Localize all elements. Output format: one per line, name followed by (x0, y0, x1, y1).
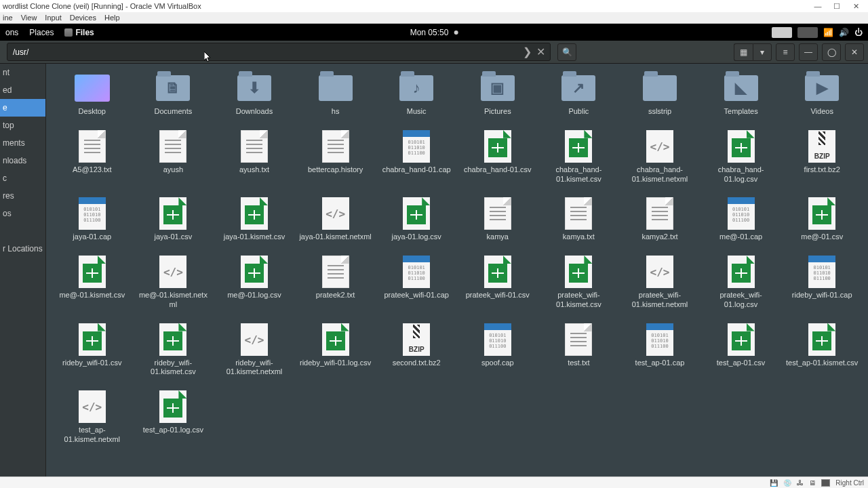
sidebar-item[interactable]: top (0, 117, 45, 134)
file-item[interactable]: test_ap-01.csv (701, 321, 782, 380)
view-grid-button[interactable]: ▦ (734, 43, 753, 61)
file-item[interactable]: ayush (133, 127, 214, 187)
window-minimize-button[interactable]: — (799, 43, 818, 61)
file-item[interactable]: prateek_wifi-01.kismet.csv (538, 253, 620, 312)
file-item[interactable]: jaya-01.csv (133, 195, 214, 245)
search-icon: 🔍 (562, 47, 572, 57)
file-item[interactable]: kamya.txt (538, 195, 620, 245)
file-item[interactable]: kamya (457, 195, 538, 245)
topbar-clock[interactable]: Mon 05:50 (410, 28, 449, 37)
sidebar-item[interactable]: os (0, 205, 45, 222)
file-item[interactable]: </>me@-01.kismet.netxml (133, 253, 214, 312)
vb-menu-item[interactable]: ine (3, 14, 13, 22)
file-item[interactable]: ▶Videos (781, 69, 863, 119)
file-item[interactable]: 010101 011010 011100spoof.cap (457, 321, 538, 380)
keyboard-indicator[interactable] (772, 27, 792, 38)
window-maximize-button[interactable]: ◯ (822, 43, 841, 61)
minimize-button[interactable]: — (808, 2, 827, 10)
file-item[interactable]: rideby_wifi-01.kismet.csv (133, 321, 214, 380)
file-label: ayush (163, 165, 183, 175)
file-item[interactable]: jaya-01.log.csv (376, 195, 457, 245)
file-item[interactable]: me@-01.log.csv (214, 253, 295, 312)
file-view[interactable]: Desktop🗎Documents⬇Downloadshs♪Music▣Pict… (46, 64, 868, 476)
volume-icon[interactable]: 🔊 (839, 28, 849, 37)
sidebar-item[interactable]: nloads (0, 152, 45, 169)
file-item[interactable]: me@-01.csv (781, 195, 863, 245)
file-item[interactable]: chabra_hand-01.csv (457, 127, 538, 187)
file-item[interactable]: </>chabra_hand-01.kismet.netxml (619, 127, 701, 187)
topbar-activities[interactable]: ons (5, 28, 18, 37)
file-item[interactable]: 010101 011010 011100test_ap-01.cap (619, 321, 701, 380)
topbar-places[interactable]: Places (29, 28, 54, 37)
file-label: jaya-01.csv (155, 232, 193, 242)
path-go-icon[interactable]: ❯ (520, 45, 534, 58)
file-item[interactable]: chabra_hand-01.kismet.csv (538, 127, 620, 187)
close-button[interactable]: ✕ (846, 2, 865, 11)
location-entry[interactable]: ❯ ✕ (7, 43, 551, 61)
file-item[interactable]: BZIPsecond.txt.bz2 (376, 321, 457, 380)
sidebar-item[interactable]: res (0, 187, 45, 205)
file-item[interactable]: BZIPfirst.txt.bz2 (781, 127, 863, 187)
path-input[interactable] (10, 47, 520, 57)
file-item[interactable]: test_ap-01.kismet.csv (781, 321, 863, 380)
file-item[interactable]: </>rideby_wifi-01.kismet.netxml (214, 321, 295, 380)
sidebar-item[interactable]: nt (0, 64, 45, 81)
file-item[interactable]: 🗎Documents (133, 69, 214, 119)
sidebar-item[interactable]: ments (0, 134, 45, 152)
file-item[interactable]: kamya2.txt (619, 195, 701, 245)
topbar-files[interactable]: Files (64, 28, 94, 37)
hamburger-menu-button[interactable]: ≡ (776, 43, 795, 61)
file-item[interactable]: chabra_hand-01.log.csv (701, 127, 782, 187)
file-item[interactable]: rideby_wifi-01.log.csv (295, 321, 376, 380)
sidebar-item[interactable] (0, 222, 45, 240)
code-icon: </> (235, 323, 273, 356)
vb-menu-item[interactable]: View (21, 14, 37, 22)
sidebar-item[interactable]: e (0, 99, 45, 117)
file-item[interactable]: prateek_wifi-01.csv (457, 253, 538, 312)
file-item[interactable]: Desktop (52, 69, 133, 119)
file-item[interactable]: prateek2.txt (295, 253, 376, 312)
file-label: rideby_wifi-01.csv (62, 359, 121, 368)
file-item[interactable]: me@-01.kismet.csv (52, 253, 133, 312)
file-item[interactable]: sslstrip (619, 69, 701, 119)
vb-status-icon: 💿 (783, 479, 791, 487)
file-item[interactable]: </>prateek_wifi-01.kismet.netxml (619, 253, 701, 312)
file-item[interactable]: ▣Pictures (457, 69, 538, 119)
file-item[interactable]: A5@123.txt (52, 127, 133, 187)
file-label: me@-01.cap (719, 232, 762, 242)
file-item[interactable]: ♪Music (376, 69, 457, 119)
file-item[interactable]: ◣Templates (701, 69, 782, 119)
file-item[interactable]: </>test_ap-01.kismet.netxml (52, 388, 133, 447)
window-close-button[interactable]: ✕ (845, 43, 864, 61)
file-item[interactable]: 010101 011010 011100chabra_hand-01.cap (376, 127, 457, 187)
file-item[interactable]: test.txt (538, 321, 620, 380)
sidebar-item[interactable]: c (0, 169, 45, 187)
file-item[interactable]: test_ap-01.log.csv (133, 388, 214, 447)
file-item[interactable]: prateek_wifi-01.log.csv (701, 253, 782, 312)
file-item[interactable]: ayush.txt (214, 127, 295, 187)
file-item[interactable]: 010101 011010 011100jaya-01.cap (52, 195, 133, 245)
file-item[interactable]: ⬇Downloads (214, 69, 295, 119)
file-item[interactable]: jaya-01.kismet.csv (214, 195, 295, 245)
sidebar-item[interactable]: ed (0, 81, 45, 99)
file-item[interactable]: bettercap.history (295, 127, 376, 187)
vb-menu-item[interactable]: Devices (70, 14, 96, 22)
file-item[interactable]: 010101 011010 011100me@-01.cap (701, 195, 782, 245)
maximize-button[interactable]: ☐ (827, 2, 846, 11)
file-item[interactable]: rideby_wifi-01.csv (52, 321, 133, 380)
view-dropdown-button[interactable]: ▾ (753, 43, 772, 61)
recorder-indicator[interactable] (797, 27, 818, 38)
file-item[interactable]: </>jaya-01.kismet.netxml (295, 195, 376, 245)
vb-menu-item[interactable]: Input (45, 14, 61, 22)
search-button[interactable]: 🔍 (557, 43, 576, 61)
network-icon[interactable]: 📶 (823, 28, 833, 37)
file-item[interactable]: hs (295, 69, 376, 119)
file-item[interactable]: ↗Public (538, 69, 620, 119)
file-item[interactable]: 010101 011010 011100prateek_wifi-01.cap (376, 253, 457, 312)
power-icon[interactable]: ⏻ (854, 28, 863, 37)
sidebar-item[interactable]: r Locations (0, 240, 45, 258)
file-item[interactable]: 010101 011010 011100rideby_wifi-01.cap (781, 253, 863, 312)
vb-menu-item[interactable]: Help (104, 14, 120, 22)
file-label: test_ap-01.log.csv (143, 426, 203, 435)
path-clear-icon[interactable]: ✕ (534, 45, 547, 58)
